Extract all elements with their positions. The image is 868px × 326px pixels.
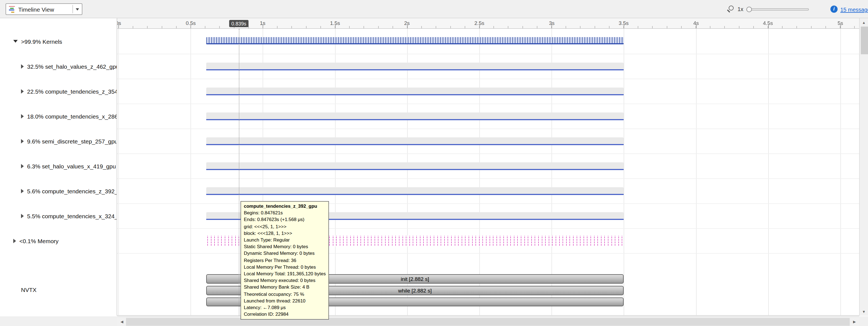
scroll-left-arrow-icon[interactable]: ◀: [118, 318, 126, 326]
kernel-row-band[interactable]: [206, 62, 624, 70]
nvtx-range-label: while [2.882 s]: [398, 288, 432, 294]
tooltip-line: Correlation ID: 22984: [244, 311, 326, 318]
tooltip-line: Theoretical occupancy: 75 %: [244, 291, 326, 297]
messages-link[interactable]: 15 messages: [840, 7, 868, 13]
time-marker-label: 0.839s: [229, 20, 249, 27]
kernel-row-band[interactable]: [206, 87, 624, 95]
row-separator: [117, 129, 859, 129]
row-separator: [117, 228, 859, 229]
expand-triangle-icon[interactable]: [21, 214, 24, 218]
scroll-right-arrow-icon[interactable]: ▶: [850, 318, 859, 326]
sidebar-row-compute-tendencies-z-354[interactable]: 22.5% compute_tendencies_z_354_gpu: [0, 79, 117, 104]
nsight-timeline-window: Timeline View 1x i 15 messages 0s 0.5s 1…: [0, 0, 868, 326]
collapse-triangle-icon[interactable]: [13, 40, 18, 43]
row-separator: [117, 54, 859, 54]
sidebar-row-memory[interactable]: <0.1% Memory: [0, 228, 117, 253]
expand-triangle-icon[interactable]: [21, 114, 24, 118]
time-marker-line: [239, 29, 239, 316]
sidebar-row-compute-tendencies-z-392[interactable]: 5.6% compute_tendencies_z_392_gpu: [0, 179, 117, 203]
nvtx-range-label: init [2.882 s]: [401, 276, 429, 282]
ruler-tick-label: 3.5s: [619, 20, 629, 26]
ruler-tick-label: 4s: [693, 20, 699, 26]
tooltip-line: Shared Memory executed: 0 bytes: [244, 277, 326, 283]
sidebar-row-semi-discrete-step-257[interactable]: 9.6% semi_discrete_step_257_gpu: [0, 129, 117, 154]
row-separator: [117, 203, 859, 204]
zoom-slider-knob[interactable]: [746, 7, 752, 12]
tooltip-line: Latency: ←7.089 μs: [244, 304, 326, 311]
tooltip-line: Begins: 0.847621s: [244, 209, 326, 216]
vertical-scrollbar[interactable]: ▲ ▼: [859, 18, 868, 316]
ruler-tick-label: 5s: [838, 20, 843, 26]
ruler-tick-label: 2s: [404, 20, 410, 26]
timeline-canvas[interactable]: init [2.882 s] while [2.882 s]: [117, 29, 859, 316]
ruler-tick-label: 1s: [260, 20, 266, 26]
scroll-up-arrow-icon[interactable]: ▲: [860, 18, 868, 27]
expand-triangle-icon[interactable]: [21, 64, 24, 69]
tooltip-line: Static Shared Memory: 0 bytes: [244, 243, 326, 250]
tooltip-line: grid: <<<25, 1, 1>>>: [244, 223, 326, 229]
kernel-row-band[interactable]: [206, 112, 624, 120]
ruler-major-ticks: [117, 24, 859, 28]
ruler-tick-label: 0.5s: [186, 20, 196, 26]
scroll-down-arrow-icon[interactable]: ▼: [860, 307, 868, 316]
tooltip-line: Registers Per Thread: 36: [244, 257, 326, 264]
tooltip-line: Shared Memory Bank Size: 4 B: [244, 284, 326, 291]
tooltip-line: Launch Type: Regular: [244, 237, 326, 243]
dropdown-separator: [72, 5, 73, 13]
expand-triangle-icon[interactable]: [21, 89, 24, 93]
kernels-summary-bar[interactable]: [206, 37, 624, 44]
expand-triangle-icon[interactable]: [21, 139, 24, 143]
sidebar-row-nvtx[interactable]: NVTX: [21, 287, 36, 293]
row-separator: [117, 104, 859, 104]
zoom-slider[interactable]: [746, 5, 809, 13]
tooltip-line: Local Memory Per Thread: 0 bytes: [244, 264, 326, 270]
tooltip-line: block: <<<128, 1, 1>>>: [244, 230, 326, 237]
row-separator: [117, 79, 859, 79]
ruler-tick-label: 1.5s: [330, 20, 340, 26]
sidebar-row-kernels[interactable]: >99.9% Kernels: [0, 29, 117, 54]
horizontal-scrollbar[interactable]: ◀ ▶: [117, 316, 859, 326]
chevron-down-icon: [76, 8, 79, 10]
toolbar: Timeline View 1x i 15 messages: [0, 0, 868, 18]
ruler-tick-label: 0s: [117, 20, 121, 26]
row-separator: [117, 179, 859, 179]
kernel-row-band[interactable]: [206, 162, 624, 169]
ruler-tick-label: 2.5s: [474, 20, 484, 26]
sidebar-row-set-halo-values-z-462[interactable]: 32.5% set_halo_values_z_462_gpu: [0, 54, 117, 79]
view-selector-dropdown[interactable]: Timeline View: [5, 3, 82, 15]
sidebar-row-compute-tendencies-x-324[interactable]: 5.5% compute_tendencies_x_324_gpu: [0, 203, 117, 228]
kernel-row-band[interactable]: [206, 187, 624, 194]
ruler-tick-label: 3s: [549, 20, 555, 26]
expand-triangle-icon[interactable]: [21, 189, 24, 193]
expand-triangle-icon[interactable]: [13, 239, 16, 243]
zoom-slider-track: [746, 8, 809, 10]
kernel-row-band[interactable]: [206, 137, 624, 144]
row-separator: [117, 253, 859, 254]
info-icon: i: [830, 5, 838, 13]
time-gridlines: [117, 29, 859, 315]
row-labels-panel: >99.9% Kernels 32.5% set_halo_values_z_4…: [0, 18, 117, 316]
view-selector-label: Timeline View: [18, 6, 71, 12]
sidebar-row-set-halo-values-x-419[interactable]: 6.3% set_halo_values_x_419_gpu: [0, 154, 117, 179]
timeline-ruler[interactable]: 0s 0.5s 1s 1.5s 2s 2.5s 3s 3.5s 4s 4.5s …: [117, 18, 859, 29]
tooltip-title: compute_tendencies_z_392_gpu: [244, 203, 326, 209]
scrollbar-corner: [859, 316, 868, 326]
expand-triangle-icon[interactable]: [21, 164, 24, 168]
sidebar-row-compute-tendencies-x-286[interactable]: 18.0% compute_tendencies_x_286_gpu: [0, 104, 117, 129]
bottom-left-filler: [0, 316, 117, 326]
vertical-scrollbar-thumb[interactable]: [861, 27, 868, 54]
ruler-tick-label: 4.5s: [763, 20, 773, 26]
kernel-tooltip: compute_tendencies_z_392_gpu Begins: 0.8…: [241, 201, 329, 320]
tooltip-line: Dynamic Shared Memory: 0 bytes: [244, 250, 326, 257]
tooltip-line: Launched from thread: 22610: [244, 297, 326, 304]
row-separator: [117, 154, 859, 154]
tooltip-line: Ends: 0.847623s (+1.568 μs): [244, 216, 326, 223]
zoom-magnifier-icon: [729, 5, 734, 10]
horizontal-scrollbar-thumb[interactable]: [126, 318, 850, 326]
timeline-view-icon: [9, 6, 16, 12]
tooltip-line: Local Memory Total: 191,365,120 bytes: [244, 270, 326, 277]
zoom-level-label: 1x: [738, 6, 743, 12]
